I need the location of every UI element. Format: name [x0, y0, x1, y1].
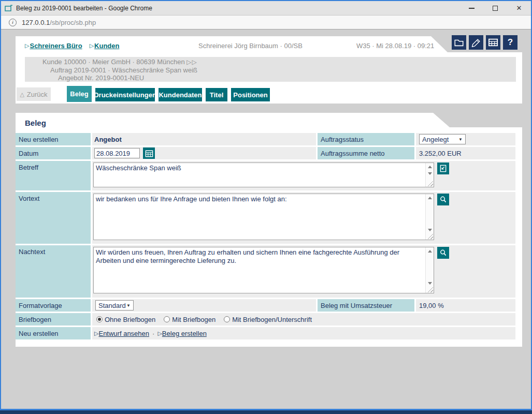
scrollbar[interactable]: [425, 194, 434, 240]
back-label: Zurück: [27, 91, 48, 98]
auftragsstatus-value: Angelegt: [422, 136, 449, 143]
datum-cell: [92, 147, 316, 159]
help-icon[interactable]: ?: [503, 35, 517, 50]
radio-label: Mit Briefbogen/Unterschrift: [232, 316, 312, 323]
page-content: ? ▷Schreiners Büro ▷Kunden Schreinerei J…: [1, 29, 531, 409]
scroll-down-icon[interactable]: [428, 282, 432, 285]
datum-input[interactable]: [94, 148, 140, 158]
title-bar: Beleg zu 2019-0001 bearbeiten - Google C…: [1, 1, 531, 16]
address-bar[interactable]: i 127.0.0.1/sb/proc/sb.php: [1, 16, 531, 29]
scroll-up-icon[interactable]: [428, 250, 432, 253]
calendar-icon[interactable]: [486, 35, 500, 50]
radio-label: Ohne Briefbogen: [105, 316, 155, 323]
aktionen-label: Neu erstellen: [16, 327, 91, 339]
separator: ·: [152, 330, 154, 337]
breadcrumb-kunden[interactable]: ▷Kunden: [90, 42, 120, 50]
browser-window: Beleg zu 2019-0001 bearbeiten - Google C…: [0, 0, 532, 410]
search-icon[interactable]: [437, 194, 449, 205]
briefbogen-label: Briefbogen: [16, 313, 91, 326]
triangle-up-icon: △: [20, 91, 24, 98]
neu-erstellen-label: Neu erstellen: [16, 133, 91, 145]
vortext-text: wir bedanken uns für Ihre Anfrage und bi…: [94, 194, 434, 204]
customer-text: Kunde 100000 · Meier GmbH · 80639 Münche…: [42, 58, 185, 66]
nachtext-cell: Wir würden uns freuen, Ihren Auftrag zu …: [92, 245, 515, 298]
folder-icon[interactable]: [452, 35, 466, 50]
betreff-textarea[interactable]: Wäscheschränke Span weiß: [93, 162, 434, 187]
app-window-icon: [5, 5, 13, 12]
radio-label: Mit Briefbogen: [172, 316, 215, 323]
nachtext-text: Wir würden uns freuen, Ihren Auftrag zu …: [94, 247, 434, 266]
row-neu-erstellen: Neu erstellen Angebot Auftragsstatus Ang…: [16, 133, 515, 145]
row-aktionen: Neu erstellen ▷Entwurf ansehen · ▷Beleg …: [16, 327, 515, 339]
belegart-value: Angebot: [92, 133, 316, 145]
url-text[interactable]: 127.0.0.1/sb/proc/sb.php: [22, 19, 96, 26]
radio-mit-briefbogen[interactable]: [164, 316, 170, 322]
aktionen-cell: ▷Entwurf ansehen · ▷Beleg erstellen: [92, 327, 515, 339]
entwurf-ansehen-link[interactable]: Entwurf ansehen: [98, 330, 149, 337]
back-button[interactable]: △Zurück: [17, 87, 51, 101]
tab-beleg[interactable]: Beleg: [67, 86, 92, 102]
row-vortext: Vortext wir bedanken uns für Ihre Anfrag…: [16, 192, 515, 244]
auftragsstatus-label: Auftragsstatus: [318, 133, 414, 145]
offer-line: Angebot Nr. 2019-0001-NEU: [25, 74, 516, 82]
window-title: Beleg zu 2019-0001 bearbeiten - Google C…: [16, 5, 152, 12]
close-button[interactable]: ✕: [507, 1, 531, 15]
url-path: /sb/proc/sb.php: [50, 19, 96, 26]
scroll-up-icon[interactable]: [428, 166, 432, 168]
maximize-button[interactable]: [483, 1, 507, 15]
breadcrumb-link[interactable]: Kunden: [94, 42, 119, 50]
tab-druckeinstellungen[interactable]: Druckeinstellungen: [95, 88, 155, 101]
tab-titel[interactable]: Titel: [206, 88, 227, 101]
triangle-icon: ▷: [157, 330, 162, 337]
beleg-erstellen-link[interactable]: Beleg erstellen: [162, 330, 207, 337]
umsatzsteuer-label: Beleg mit Umsatzsteuer: [318, 299, 414, 312]
breadcrumb: ▷Schreiners Büro ▷Kunden Schreinerei Jör…: [25, 41, 515, 50]
betreff-cell: Wäscheschränke Span weiß: [92, 161, 515, 190]
nachtext-textarea[interactable]: Wir würden uns freuen, Ihren Auftrag zu …: [93, 247, 434, 293]
formatvorlage-value: Standard: [98, 302, 126, 309]
date-picker-calendar-icon[interactable]: [143, 147, 155, 159]
row-datum: Datum Auftragssumme netto 3.252,00 EUR: [16, 147, 515, 159]
row-briefbogen: Briefbogen Ohne Briefbogen Mit Briefboge…: [16, 313, 515, 326]
formatvorlage-select[interactable]: Standard▼: [95, 300, 134, 310]
triangle-icon: ▷: [94, 330, 98, 337]
breadcrumb-link[interactable]: Schreiners Büro: [30, 42, 82, 50]
scroll-down-icon[interactable]: [428, 172, 432, 175]
minimize-button[interactable]: [459, 1, 483, 15]
radio-mit-briefbogen-unterschrift[interactable]: [224, 316, 230, 322]
auftragsstatus-cell: Angelegt▼: [416, 133, 515, 145]
search-icon[interactable]: [437, 247, 449, 259]
header-card: ▷Schreiners Büro ▷Kunden Schreinerei Jör…: [16, 36, 522, 103]
auftragssumme-value: 3.252,00 EUR: [416, 147, 515, 159]
radio-ohne-briefbogen[interactable]: [96, 316, 103, 322]
formatvorlage-cell: Standard▼: [92, 299, 316, 312]
row-betreff: Betreff Wäscheschränke Span weiß: [16, 161, 515, 190]
row-nachtext: Nachtext Wir würden uns freuen, Ihren Au…: [16, 245, 515, 298]
url-host: 127.0.0.1: [22, 19, 50, 26]
text-template-icon[interactable]: [437, 162, 449, 174]
beleg-form-card: Beleg Neu erstellen Angebot Auftragsstat…: [16, 113, 522, 347]
auftragsstatus-select[interactable]: Angelegt▼: [419, 134, 466, 144]
nachtext-label: Nachtext: [16, 245, 91, 298]
triangle-icon: ▷: [25, 42, 29, 49]
umsatzsteuer-value: 19,00 %: [416, 299, 515, 312]
company-label: Schreinerei Jörg Birnbaum · 00/SB: [198, 42, 303, 50]
customer-nav-triangles-icon[interactable]: ▷▷: [186, 58, 197, 66]
tab-kundendaten[interactable]: Kundendaten: [159, 88, 202, 101]
chevron-down-icon: ▼: [458, 137, 463, 142]
datetime-label: W35 · Mi 28.08.19 · 09:21: [356, 42, 434, 50]
breadcrumb-schreiners-buero[interactable]: ▷Schreiners Büro: [25, 42, 82, 50]
page-info-icon[interactable]: i: [9, 19, 17, 26]
formatvorlage-label: Formatvorlage: [16, 299, 91, 312]
vortext-cell: wir bedanken uns für Ihre Anfrage und bi…: [92, 192, 515, 244]
tab-positionen[interactable]: Positionen: [231, 88, 270, 101]
customer-line: Kunde 100000 · Meier GmbH · 80639 Münche…: [25, 58, 516, 66]
nav-icon-strip: ?: [449, 35, 517, 50]
scroll-up-icon[interactable]: [428, 197, 432, 199]
scrollbar[interactable]: [425, 247, 434, 293]
scroll-down-icon[interactable]: [428, 229, 432, 231]
triangle-icon: ▷: [90, 42, 94, 49]
vortext-textarea[interactable]: wir bedanken uns für Ihre Anfrage und bi…: [93, 194, 434, 240]
betreff-label: Betreff: [16, 161, 91, 190]
pencil-icon[interactable]: [469, 35, 483, 50]
